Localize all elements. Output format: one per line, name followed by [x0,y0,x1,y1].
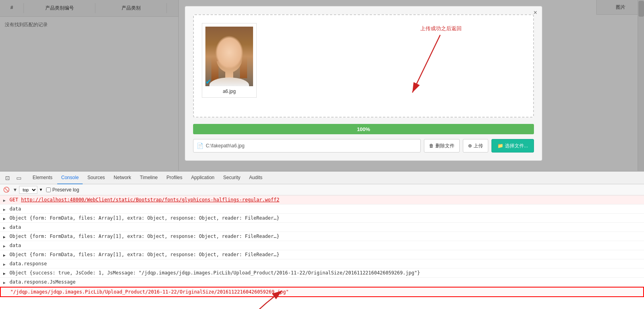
annotation-arrow-svg [408,33,496,97]
get-error-link[interactable]: http://localhost:48000/WebClient/static/… [21,197,279,203]
console-line-object-2[interactable]: ▶ Object {form: FormData, files: Array[1… [0,232,644,241]
tab-console[interactable]: Console [57,172,83,184]
file-path-display: 📄 C:\fakepath\a6.jpg [193,139,421,153]
triangle-icon-4: ▶ [3,270,6,277]
svg-rect-1 [205,27,253,86]
svg-point-15 [222,56,226,60]
upload-label: 上传 [474,143,483,149]
choose-file-button[interactable]: 📁 选择文件... [491,139,534,153]
image-filename: a6.jpg [205,89,253,94]
svg-point-19 [228,62,230,63]
svg-rect-0 [205,27,253,86]
svg-point-10 [215,35,243,52]
annotation-container: 上传成功之后返回 [420,25,462,36]
tab-timeline[interactable]: Timeline [136,172,162,184]
svg-point-21 [235,60,241,64]
svg-rect-3 [217,35,225,86]
delete-file-button[interactable]: 🗑 删除文件 [424,139,460,153]
tab-application[interactable]: Application [187,172,219,184]
console-filter-group: ▼ top ▼ [13,186,43,194]
console-line-data-2: ▶ data [0,223,644,232]
svg-rect-11 [215,43,220,61]
folder-icon: 📁 [497,143,503,149]
svg-point-14 [232,54,237,61]
svg-rect-6 [240,46,247,78]
svg-point-20 [217,60,224,64]
console-line-data-1: ▶ data [0,205,644,214]
svg-point-13 [221,54,227,61]
tab-sources[interactable]: Sources [83,172,109,184]
console-line-jsmessage-value: "/jdqp.images/jdqp.images.PicLib/Upload_… [0,287,644,297]
console-line-data-response: ▶ data.response [0,259,644,268]
modal-close-button[interactable]: × [534,10,537,16]
filter-icon: ▼ [13,187,17,193]
console-clear-button[interactable]: 🚫 [3,187,10,193]
devtools-resize-handle[interactable] [0,172,644,173]
devtools-cursor-icon[interactable]: ⊡ [3,174,12,182]
preserve-log-label[interactable]: Preserve log [46,187,79,193]
expand-icon: ▶ [3,197,6,204]
devtools-icon-group: ⊡ ▭ [3,174,23,182]
expand-icon-4: ▶ [3,243,6,250]
expand-icon-3: ▶ [3,224,6,232]
devtools-panel: ⊡ ▭ Elements Console Sources Network Tim… [0,171,644,309]
tab-security[interactable]: Security [219,172,244,184]
image-thumbnail-container: a6.jpg ✔ [202,23,257,98]
console-line-object-3[interactable]: ▶ Object {form: FormData, files: Array[1… [0,250,644,259]
file-input-row: 📄 C:\fakepath\a6.jpg 🗑 删除文件 ⊕ 上传 📁 选择文件.… [193,139,534,153]
delete-file-label: 删除文件 [435,143,454,149]
context-select[interactable]: top [19,186,37,194]
upload-icon: ⊕ [468,143,472,149]
svg-rect-5 [211,46,219,82]
expand-icon-6: ▶ [3,279,6,286]
svg-point-12 [217,43,241,53]
tab-profiles[interactable]: Profiles [162,172,186,184]
annotation-text: 上传成功之后返回 [420,25,462,32]
console-output[interactable]: ▶ GET http://localhost:48000/WebClient/s… [0,195,644,309]
image-check-icon: ✔ [205,77,211,86]
console-line-get-error: ▶ GET http://localhost:48000/WebClient/s… [0,195,644,205]
triangle-icon-1: ▶ [3,215,6,222]
triangle-icon-2: ▶ [3,234,6,241]
svg-line-23 [412,35,440,93]
progress-bar: 100% [193,124,534,134]
file-path-text: C:\fakepath\a6.jpg [206,143,244,149]
portrait-svg [205,27,253,86]
tab-audits[interactable]: Audits [245,172,266,184]
triangle-icon-3: ▶ [3,252,6,259]
choose-file-label: 选择文件... [505,143,528,149]
expand-icon-5: ▶ [3,261,6,268]
tab-elements[interactable]: Elements [29,172,56,184]
devtools-tabs-bar: ⊡ ▭ Elements Console Sources Network Tim… [0,172,644,184]
devtools-mobile-icon[interactable]: ▭ [14,174,23,182]
svg-point-4 [211,27,247,68]
console-line-object-success[interactable]: ▶ Object {success: true, JsCode: 1, JsMe… [0,268,644,278]
console-line-object-1[interactable]: ▶ Object {form: FormData, files: Array[1… [0,214,644,223]
upload-drop-area[interactable]: a6.jpg ✔ 上传成功之后返回 [193,14,534,118]
svg-point-9 [216,42,242,73]
image-preview [205,27,253,86]
console-line-data-3: ▶ data [0,241,644,250]
upload-button[interactable]: ⊕ 上传 [463,139,488,153]
console-line-jsmessage-key: ▶ data.response.JsMessage [0,278,644,287]
console-toolbar: 🚫 ▼ top ▼ Preserve log [0,184,644,195]
svg-point-16 [233,56,236,60]
file-doc-icon: 📄 [197,143,203,149]
progress-text: 100% [357,126,370,132]
upload-modal: × [185,6,542,161]
svg-point-17 [224,57,225,58]
jsmessage-value-text: "/jdqp.images/jdqp.images.PicLib/Upload_… [10,289,289,295]
preserve-log-checkbox[interactable] [46,187,51,192]
filter-dropdown-icon: ▼ [39,187,43,192]
svg-point-18 [234,57,236,58]
expand-icon-2: ▶ [3,206,6,213]
svg-point-8 [209,77,249,86]
svg-rect-7 [225,70,233,80]
tab-network[interactable]: Network [110,172,135,184]
preserve-log-text: Preserve log [52,187,79,193]
trash-icon: 🗑 [429,143,434,149]
